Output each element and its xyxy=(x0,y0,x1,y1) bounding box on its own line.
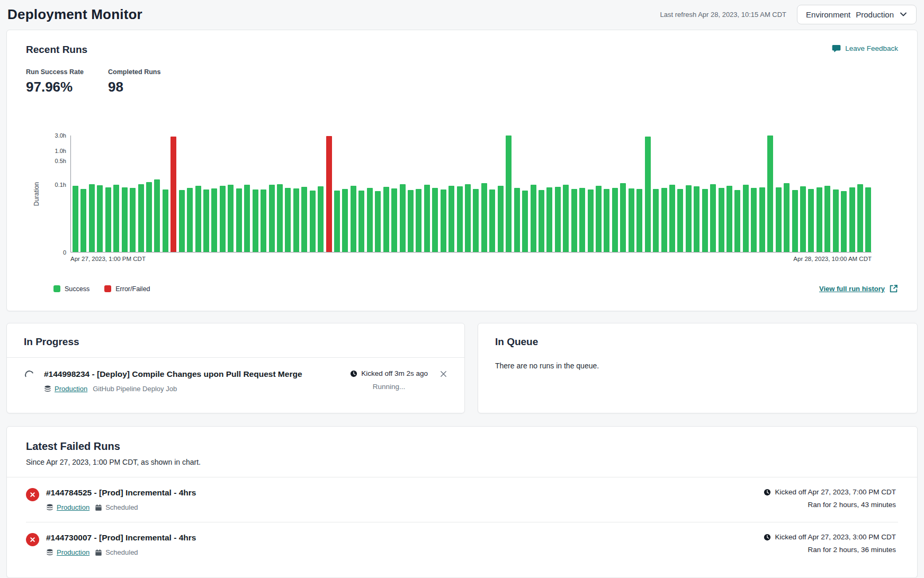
view-full-run-history-link[interactable]: View full run history xyxy=(819,284,898,293)
chart-bar-success[interactable] xyxy=(489,189,495,252)
chart-bar-success[interactable] xyxy=(261,189,266,252)
chart-bar-error[interactable] xyxy=(171,137,176,252)
chart-bar-success[interactable] xyxy=(629,188,634,252)
chart-bar-success[interactable] xyxy=(792,190,798,252)
chart-bar-success[interactable] xyxy=(784,183,790,252)
chart-bar-success[interactable] xyxy=(253,189,258,252)
chart-bar-success[interactable] xyxy=(113,185,119,252)
chart-bar-success[interactable] xyxy=(318,186,324,252)
chart-bar-success[interactable] xyxy=(759,187,765,252)
chart-bar-success[interactable] xyxy=(342,189,348,252)
chart-bar-success[interactable] xyxy=(97,185,103,252)
chart-bar-success[interactable] xyxy=(130,188,136,252)
chart-bar-success[interactable] xyxy=(244,185,250,252)
chart-bar-success[interactable] xyxy=(710,184,716,252)
chart-bar-success[interactable] xyxy=(531,185,536,252)
chart-bar-success[interactable] xyxy=(211,188,217,252)
chart-bar-success[interactable] xyxy=(636,189,642,252)
chart-bar-success[interactable] xyxy=(465,184,471,252)
chart-bar-success[interactable] xyxy=(808,189,814,252)
chart-bar-success[interactable] xyxy=(89,184,95,252)
chart-bar-success[interactable] xyxy=(719,188,724,252)
chart-bar-success[interactable] xyxy=(73,186,78,252)
chart-bar-success[interactable] xyxy=(522,191,528,252)
chart-bar-success[interactable] xyxy=(612,188,618,252)
chart-bar-success[interactable] xyxy=(293,188,299,252)
chart-bar-success[interactable] xyxy=(400,184,406,252)
chart-bar-success[interactable] xyxy=(726,186,732,252)
chart-bar-success[interactable] xyxy=(800,186,806,252)
environment-link[interactable]: Production xyxy=(46,548,89,556)
leave-feedback-link[interactable]: Leave Feedback xyxy=(832,44,898,53)
chart-bar-success[interactable] xyxy=(481,183,487,252)
chart-bar-success[interactable] xyxy=(498,186,504,252)
chart-bar-success[interactable] xyxy=(432,188,438,252)
chart-bar-success[interactable] xyxy=(539,190,544,252)
chart-bar-success[interactable] xyxy=(358,191,364,252)
chart-bar-success[interactable] xyxy=(195,186,201,252)
chart-bar-success[interactable] xyxy=(448,186,454,252)
chart-bar-success[interactable] xyxy=(457,186,463,252)
chart-bar-success[interactable] xyxy=(563,185,569,252)
chart-bar-success[interactable] xyxy=(301,187,307,252)
chart-bar-success[interactable] xyxy=(80,189,86,252)
chart-bar-success[interactable] xyxy=(833,189,839,252)
chart-bar-success[interactable] xyxy=(751,188,757,252)
chart-bar-success[interactable] xyxy=(154,179,160,252)
chart-bar-success[interactable] xyxy=(702,189,708,252)
chart-bar-success[interactable] xyxy=(776,187,782,252)
chart-bar-success[interactable] xyxy=(865,187,871,252)
chart-bar-success[interactable] xyxy=(408,190,414,252)
chart-bar-success[interactable] xyxy=(824,186,830,252)
chart-bar-success[interactable] xyxy=(236,188,242,252)
chart-bar-success[interactable] xyxy=(604,189,609,252)
chart-bar-success[interactable] xyxy=(620,183,626,252)
chart-bar-success[interactable] xyxy=(817,187,822,252)
chart-bar-success[interactable] xyxy=(285,188,291,252)
chart-bar-success[interactable] xyxy=(122,187,128,252)
chart-bar-success[interactable] xyxy=(146,182,152,252)
chart-bar-success[interactable] xyxy=(105,187,111,252)
chart-bar-success[interactable] xyxy=(310,191,316,252)
chart-bar-success[interactable] xyxy=(645,137,651,252)
chart-bar-success[interactable] xyxy=(571,189,577,252)
chart-bar-success[interactable] xyxy=(767,136,773,252)
chart-bar-success[interactable] xyxy=(686,185,692,252)
environment-link[interactable]: Production xyxy=(46,503,89,511)
chart-bar-success[interactable] xyxy=(546,187,552,252)
chart-bar-success[interactable] xyxy=(269,185,275,252)
chart-bar-success[interactable] xyxy=(391,188,397,252)
chart-bar-success[interactable] xyxy=(579,188,585,252)
chart-bar-success[interactable] xyxy=(416,189,421,252)
chart-bar-success[interactable] xyxy=(383,187,389,252)
chart-bar-success[interactable] xyxy=(138,184,144,252)
chart-bar-success[interactable] xyxy=(694,186,699,252)
chart-bar-success[interactable] xyxy=(661,188,667,252)
chart-bar-success[interactable] xyxy=(228,185,234,252)
chart-bar-success[interactable] xyxy=(424,185,430,252)
chart-bar-success[interactable] xyxy=(857,184,863,252)
chart-bar-success[interactable] xyxy=(473,189,479,252)
chart-bar-success[interactable] xyxy=(514,188,520,252)
chart-bar-success[interactable] xyxy=(203,189,209,252)
chart-bar-success[interactable] xyxy=(653,189,659,252)
chart-bar-success[interactable] xyxy=(588,189,594,252)
chart-bar-error[interactable] xyxy=(326,136,332,252)
chart-bar-success[interactable] xyxy=(506,136,512,252)
chart-bar-success[interactable] xyxy=(187,188,193,252)
chart-bar-success[interactable] xyxy=(351,186,356,252)
chart-bar-success[interactable] xyxy=(677,189,683,252)
chart-bar-success[interactable] xyxy=(334,191,340,252)
chart-bar-success[interactable] xyxy=(743,185,749,252)
chart-bar-success[interactable] xyxy=(669,185,675,252)
chart-bar-success[interactable] xyxy=(375,191,381,252)
environment-dropdown[interactable]: Environment Production xyxy=(797,5,917,24)
chart-bar-success[interactable] xyxy=(734,190,740,252)
chart-bar-success[interactable] xyxy=(220,186,226,252)
chart-bar-success[interactable] xyxy=(441,189,446,252)
chart-bar-success[interactable] xyxy=(179,190,185,252)
environment-link[interactable]: Production xyxy=(44,385,87,393)
chart-bar-success[interactable] xyxy=(163,189,168,252)
close-icon[interactable] xyxy=(439,369,447,378)
chart-bar-success[interactable] xyxy=(277,184,283,252)
